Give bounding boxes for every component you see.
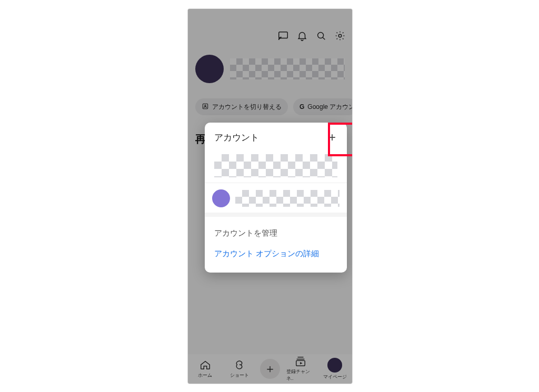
- account-current-redacted: [214, 154, 337, 177]
- switch-account-icon: [202, 103, 209, 112]
- google-g-icon: G: [300, 103, 304, 110]
- bell-icon[interactable]: [294, 28, 310, 44]
- nav-mypage[interactable]: マイページ: [321, 358, 349, 380]
- nav-shorts-label: ショート: [230, 372, 249, 379]
- account-row-other[interactable]: [205, 183, 347, 213]
- manage-accounts-label: アカウントを管理: [214, 228, 277, 237]
- profile-row[interactable]: [195, 53, 345, 85]
- account-other-avatar: [212, 189, 230, 207]
- subscriptions-icon: [295, 356, 306, 367]
- nav-home-label: ホーム: [198, 372, 212, 379]
- bottom-nav: ホーム ショート ＋ 登録チャンネ.. マイページ: [188, 354, 352, 384]
- svg-point-3: [338, 34, 342, 37]
- add-account-button[interactable]: +: [317, 125, 347, 150]
- switch-account-pill[interactable]: アカウントを切り替える: [195, 98, 288, 115]
- account-sheet: アカウント + アカウントを管理 アカウント オプションの詳細: [205, 123, 347, 273]
- nav-home[interactable]: ホーム: [191, 359, 219, 379]
- nav-subscriptions[interactable]: 登録チャンネ..: [286, 356, 315, 382]
- nav-create[interactable]: ＋: [260, 359, 280, 379]
- account-options-label: アカウント オプションの詳細: [214, 249, 319, 258]
- account-pills: アカウントを切り替える G Google アカウン: [195, 98, 353, 115]
- header-actions: [275, 28, 348, 44]
- search-icon[interactable]: [313, 28, 329, 44]
- sheet-menu: アカウントを管理 アカウント オプションの詳細: [205, 217, 347, 273]
- section-heading: 再: [195, 132, 206, 146]
- sheet-header: アカウント +: [205, 123, 347, 152]
- nav-subs-label: 登録チャンネ..: [286, 368, 315, 382]
- cast-icon[interactable]: [275, 28, 291, 44]
- account-other-redacted: [235, 190, 340, 207]
- mypage-avatar-icon: [327, 358, 342, 373]
- account-row-current[interactable]: [205, 152, 347, 183]
- plus-icon: +: [328, 130, 336, 145]
- google-account-label: Google アカウン: [307, 103, 353, 112]
- svg-line-2: [323, 37, 325, 39]
- google-account-pill[interactable]: G Google アカウン: [293, 98, 353, 115]
- home-icon: [199, 359, 211, 371]
- shorts-icon: [234, 359, 245, 371]
- divider-thick: [205, 213, 347, 217]
- profile-name-redacted: [230, 58, 345, 79]
- sheet-title: アカウント: [214, 132, 259, 144]
- nav-shorts[interactable]: ショート: [225, 359, 254, 379]
- manage-accounts-item[interactable]: アカウントを管理: [214, 223, 337, 244]
- nav-mypage-label: マイページ: [323, 374, 347, 380]
- phone-frame: アカウントを切り替える G Google アカウン 再 ホーム ショート ＋: [187, 8, 353, 384]
- avatar: [195, 55, 224, 83]
- account-options-link[interactable]: アカウント オプションの詳細: [214, 244, 337, 264]
- svg-point-5: [205, 105, 206, 106]
- svg-point-1: [318, 33, 324, 38]
- switch-account-label: アカウントを切り替える: [212, 103, 282, 112]
- plus-circle-icon: ＋: [260, 359, 280, 379]
- gear-icon[interactable]: [332, 28, 348, 44]
